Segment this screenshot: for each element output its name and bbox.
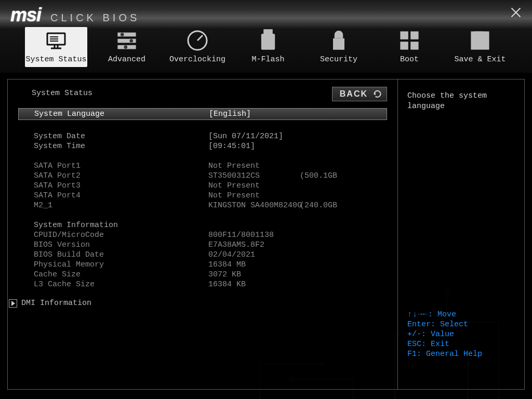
field-value: [09:45:01] xyxy=(208,141,297,151)
row-system-date[interactable]: System Date [Sun 07/11/2021] xyxy=(21,131,384,141)
svg-rect-38 xyxy=(261,34,275,50)
field-label: L3 Cache Size xyxy=(34,280,205,289)
field-label: SATA Port3 xyxy=(34,181,205,191)
svg-point-32 xyxy=(121,33,124,36)
field-label: CPUID/MicroCode xyxy=(34,230,205,240)
field-value: KINGSTON SA400M8240G xyxy=(208,201,297,210)
submenu-arrow-icon xyxy=(9,299,17,308)
close-icon[interactable] xyxy=(510,6,522,18)
field-value: [Sun 07/11/2021] xyxy=(208,131,297,141)
key-hints: ↑↓→←: Move Enter: Select +/-: Value ESC:… xyxy=(407,310,515,359)
field-extra: (500.1GB xyxy=(300,171,383,181)
field-value: Not Present xyxy=(208,181,297,191)
svg-rect-40 xyxy=(400,31,408,39)
row-sata-port2: SATA Port2 ST3500312CS (500.1GB xyxy=(21,171,384,181)
row-system-language[interactable]: System Language [English] xyxy=(18,108,387,120)
tab-overclocking[interactable]: Overclocking xyxy=(166,27,229,67)
tab-label: M-Flash xyxy=(251,55,284,64)
svg-rect-30 xyxy=(117,39,136,43)
field-label: System Time xyxy=(34,141,205,151)
boot-grid-icon xyxy=(398,29,421,52)
field-value: [English] xyxy=(209,109,297,119)
row-sata-port1: SATA Port1 Not Present xyxy=(21,161,384,171)
field-label: M2_1 xyxy=(34,201,205,210)
svg-rect-42 xyxy=(400,42,408,49)
row-bios-build-date: BIOS Build Date 02/04/2021 xyxy=(21,250,384,260)
field-label: SATA Port4 xyxy=(34,191,205,201)
tab-label: System Status xyxy=(25,55,86,64)
field-value: Not Present xyxy=(208,191,297,201)
svg-rect-37 xyxy=(263,29,273,34)
svg-rect-43 xyxy=(410,42,418,49)
tab-system-status[interactable]: System Status xyxy=(25,27,87,67)
key-plus-minus: +/-: Value xyxy=(407,329,515,339)
svg-rect-45 xyxy=(474,31,484,37)
back-button[interactable]: BACK xyxy=(332,87,387,101)
field-label: System Date xyxy=(34,131,205,141)
brand-text: msi xyxy=(10,4,41,26)
submenu-label: DMI Information xyxy=(21,299,91,308)
svg-rect-46 xyxy=(474,42,486,48)
field-value: 16384 MB xyxy=(208,260,297,270)
key-move: : Move xyxy=(428,310,456,319)
tab-label: Save & Exit xyxy=(454,55,506,64)
header-bar: msi CLICK BIOS System Status xyxy=(0,0,532,73)
monitor-icon xyxy=(45,29,68,52)
field-value: 800F11/8001138 xyxy=(208,230,297,240)
undo-arrow-icon xyxy=(372,89,381,99)
help-panel: Choose the system language ↑↓→←: Move En… xyxy=(398,79,524,389)
row-system-time[interactable]: System Time [09:45:01] xyxy=(21,141,384,151)
page-title: System Status xyxy=(32,89,384,98)
heading-label: System Information xyxy=(34,220,205,230)
field-extra xyxy=(300,191,383,201)
field-label: Physical Memory xyxy=(34,260,205,270)
tab-boot[interactable]: Boot xyxy=(378,27,441,67)
svg-point-34 xyxy=(124,45,128,49)
field-extra xyxy=(300,161,383,171)
tab-m-flash[interactable]: M-Flash xyxy=(237,27,299,67)
svg-point-33 xyxy=(130,39,134,43)
submenu-dmi-information[interactable]: DMI Information xyxy=(9,299,384,308)
row-m2-1: M2_1 KINGSTON SA400M8240G (240.0GB xyxy=(21,201,384,210)
field-extra xyxy=(300,181,383,191)
key-arrows: ↑↓→← xyxy=(407,310,428,320)
tab-advanced[interactable]: Advanced xyxy=(96,27,158,67)
row-cache-size: Cache Size 3072 KB xyxy=(21,270,384,280)
field-label: BIOS Version xyxy=(34,240,205,250)
svg-rect-41 xyxy=(410,31,418,39)
field-label: System Language xyxy=(34,109,206,119)
row-sata-port4: SATA Port4 Not Present xyxy=(21,191,384,201)
row-sata-port3: SATA Port3 Not Present xyxy=(21,181,384,191)
field-value: E7A38AMS.8F2 xyxy=(208,240,297,250)
row-bios-version: BIOS Version E7A38AMS.8F2 xyxy=(21,240,384,250)
field-extra: (240.0GB xyxy=(300,201,383,210)
field-label: BIOS Build Date xyxy=(34,250,205,260)
content-frame: System Status BACK System Language [Engl… xyxy=(7,79,525,390)
help-text: Choose the system language xyxy=(407,91,515,112)
tab-label: Boot xyxy=(400,55,419,64)
key-f1: F1: General Help xyxy=(407,349,515,359)
tab-security[interactable]: Security xyxy=(308,27,370,67)
back-label: BACK xyxy=(340,89,368,99)
brand-logo: msi CLICK BIOS xyxy=(10,4,140,26)
main-panel: System Status BACK System Language [Engl… xyxy=(8,79,398,389)
field-value: 02/04/2021 xyxy=(208,250,297,260)
svg-line-36 xyxy=(197,35,203,41)
row-cpuid: CPUID/MicroCode 800F11/8001138 xyxy=(21,230,384,240)
key-enter: Enter: Select xyxy=(407,320,515,329)
key-esc: ESC: Exit xyxy=(407,339,515,349)
tab-save-exit[interactable]: Save & Exit xyxy=(449,27,511,67)
field-value: Not Present xyxy=(208,161,297,171)
tab-label: Advanced xyxy=(108,55,145,64)
field-value: ST3500312CS xyxy=(208,171,297,181)
row-physical-memory: Physical Memory 16384 MB xyxy=(21,260,384,270)
field-value: 16384 KB xyxy=(208,280,297,289)
floppy-icon xyxy=(469,29,491,52)
field-label: SATA Port2 xyxy=(34,171,205,181)
tab-label: Security xyxy=(320,55,357,64)
lock-icon xyxy=(327,29,350,52)
usb-icon xyxy=(257,29,280,52)
top-tabs: System Status Advanced Overc xyxy=(25,27,511,67)
svg-rect-29 xyxy=(117,33,136,37)
sliders-icon xyxy=(115,29,138,52)
